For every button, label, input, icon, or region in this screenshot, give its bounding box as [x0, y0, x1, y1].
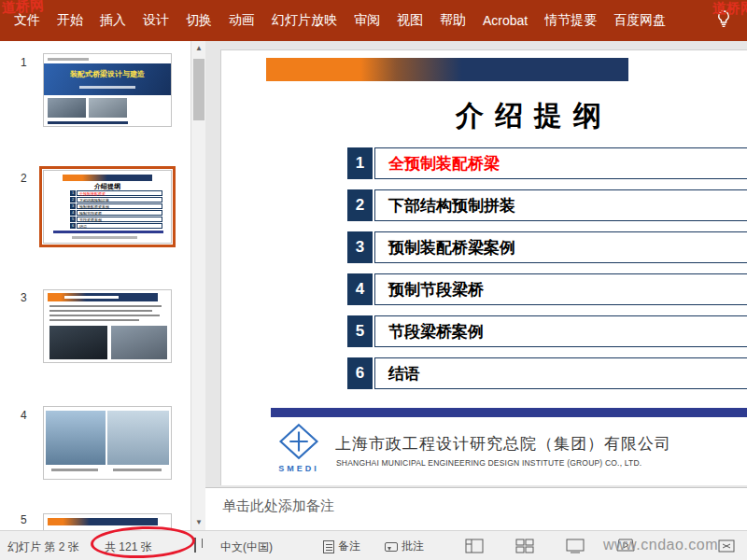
thumb2-item-num: 3: [70, 203, 76, 209]
slide-canvas[interactable]: 介绍提纲 1 全预制装配桥梁 2 下部结构预制拼装 3 预制装配桥梁案例 4 预…: [221, 50, 747, 485]
slide-footer-bar: [271, 408, 747, 417]
slide-title[interactable]: 介绍提纲: [347, 97, 721, 135]
thumb2-item-num: 5: [70, 217, 76, 222]
thumb2-item-num: 1: [70, 190, 76, 196]
thumbnail-slide-2[interactable]: 介绍提纲 1全预制装配桥梁 2下部结构预制拼装 3预制装配桥梁案例 4预制节段梁…: [43, 170, 172, 244]
tab-baidu-netdisk[interactable]: 百度网盘: [605, 6, 674, 35]
notes-toggle[interactable]: 备注: [323, 539, 360, 554]
item-text: 预制节段梁桥: [374, 273, 747, 305]
thumb2-footer-bar: [72, 236, 137, 239]
thumb4-caption-bar: [51, 469, 98, 471]
comments-toggle[interactable]: 批注: [385, 539, 424, 554]
item-text: 预制装配桥梁案例: [374, 231, 747, 263]
thumb3-photo-2: [111, 326, 167, 359]
item-number: 5: [347, 315, 373, 347]
thumb1-photo-3: [130, 98, 168, 118]
watermark-top-right: 道桥网: [712, 0, 747, 18]
item-text: 下部结构预制拼装: [374, 189, 747, 221]
thumb3-header-bar: [48, 293, 158, 301]
language-indicator[interactable]: 中文(中国): [220, 539, 273, 555]
thumbnail-scrollbar[interactable]: ▲ ▼: [190, 41, 205, 530]
fit-to-window-icon[interactable]: [717, 538, 736, 554]
watermark-cndao: www.cndao.com: [603, 537, 718, 553]
item-text: 结语: [374, 357, 747, 389]
thumb2-item: 预制装配桥梁案例: [77, 203, 162, 209]
thumb1-footer-bar: [48, 121, 128, 124]
thumb2-item: 节段梁桥案例: [77, 217, 162, 222]
slide-position-indicator[interactable]: 幻灯片 第 2 张: [7, 539, 79, 555]
thumb2-blue-bar: [53, 231, 163, 233]
thumb2-item-num: 2: [70, 197, 76, 203]
smedi-logo-text: SMEDI: [272, 464, 326, 473]
item-text: 节段梁桥案例: [374, 315, 747, 347]
notes-doc-icon: [323, 540, 334, 553]
watermark-top-left: 道桥网: [1, 0, 44, 18]
speech-bubble-icon: [385, 542, 398, 552]
thumb-number-3: 3: [21, 291, 27, 304]
ribbon-tab-bar: 文件 开始 插入 设计 切换 动画 幻灯片放映 审阅 视图 帮助 Acrobat…: [0, 0, 747, 41]
tab-view[interactable]: 视图: [388, 6, 431, 35]
item-number: 1: [347, 147, 373, 179]
powerpoint-window: 文件 开始 插入 设计 切换 动画 幻灯片放映 审阅 视图 帮助 Acrobat…: [0, 0, 747, 560]
company-name-cn: 上海市政工程设计研究总院（集团）有限公司: [335, 433, 671, 455]
thumb-number-2: 2: [21, 172, 27, 185]
item-number: 4: [347, 273, 373, 305]
reading-view-icon[interactable]: [566, 538, 585, 554]
comments-label: 批注: [402, 539, 424, 554]
tab-insert[interactable]: 插入: [92, 6, 134, 35]
thumbnail-slide-3[interactable]: [43, 289, 172, 363]
slide-header-bar: [266, 58, 628, 81]
thumb3-photo-1: [49, 326, 107, 359]
thumb1-subtitle-bar: [79, 86, 135, 89]
thumb3-text-line: [49, 310, 152, 312]
scrollbar-thumb[interactable]: [193, 59, 204, 120]
thumb3-text-line: [49, 315, 160, 316]
thumb2-item: 全预制装配桥梁: [77, 190, 162, 196]
tab-acrobat[interactable]: Acrobat: [474, 7, 536, 35]
item-text: 全预制装配桥梁: [374, 147, 747, 179]
tab-help[interactable]: 帮助: [431, 6, 474, 35]
thumb-number-4: 4: [21, 409, 27, 422]
tab-review[interactable]: 审阅: [345, 6, 388, 35]
scroll-up-icon[interactable]: ▲: [191, 41, 206, 56]
tab-storyboard[interactable]: 情节提要: [536, 6, 605, 35]
thumb5-header-bar: [48, 518, 158, 525]
normal-view-icon[interactable]: [465, 538, 484, 554]
tab-slideshow[interactable]: 幻灯片放映: [263, 6, 345, 35]
thumbnail-slide-4[interactable]: [43, 406, 172, 480]
thumb2-item: 结语: [77, 223, 162, 229]
notes-label: 备注: [338, 539, 360, 554]
thumb-number-5: 5: [21, 513, 27, 526]
item-number: 3: [347, 231, 373, 263]
smedi-logo: SMEDI: [272, 423, 326, 479]
thumb2-header-bar: [63, 175, 152, 181]
notes-placeholder: 单击此处添加备注: [222, 497, 334, 513]
tab-animations[interactable]: 动画: [220, 6, 263, 35]
thumb1-photo-2: [89, 98, 127, 118]
thumb3-text-line: [49, 305, 162, 307]
notes-pane[interactable]: 单击此处添加备注: [205, 487, 747, 530]
thumb1-photo-1: [48, 98, 86, 118]
scroll-down-icon[interactable]: ▼: [191, 515, 206, 530]
thumb4-photo-2: [107, 411, 169, 465]
thumb2-item-num: 4: [70, 210, 76, 216]
thumb2-item-num: 6: [70, 223, 76, 229]
item-number: 2: [347, 189, 373, 221]
thumb1-header-bar: [48, 58, 89, 61]
thumb-number-1: 1: [21, 56, 27, 69]
item-number: 6: [347, 357, 373, 389]
thumb1-title: 装配式桥梁设计与建造: [44, 69, 171, 79]
tab-transitions[interactable]: 切换: [177, 6, 220, 35]
thumb3-text-line: [49, 319, 139, 321]
slide-thumbnail-panel: 1 装配式桥梁设计与建造 2 介绍提纲 1全预制装配桥梁 2下部结构预制拼装 3…: [0, 41, 190, 530]
tab-design[interactable]: 设计: [134, 6, 177, 35]
thumb4-photo-1: [46, 411, 106, 465]
tab-home[interactable]: 开始: [49, 6, 92, 35]
thumb4-caption-bar: [113, 469, 162, 471]
company-name-en: SHANGHAI MUNICIPAL ENGINEERING DESIGN IN…: [336, 458, 641, 468]
slide-sorter-icon[interactable]: [515, 538, 534, 554]
thumb2-item: 预制节段梁桥: [77, 210, 162, 216]
slide-editing-area: 介绍提纲 1 全预制装配桥梁 2 下部结构预制拼装 3 预制装配桥梁案例 4 预…: [205, 41, 747, 530]
thumb2-item: 下部结构预制拼装: [77, 197, 162, 203]
thumbnail-slide-1[interactable]: 装配式桥梁设计与建造: [43, 53, 172, 127]
